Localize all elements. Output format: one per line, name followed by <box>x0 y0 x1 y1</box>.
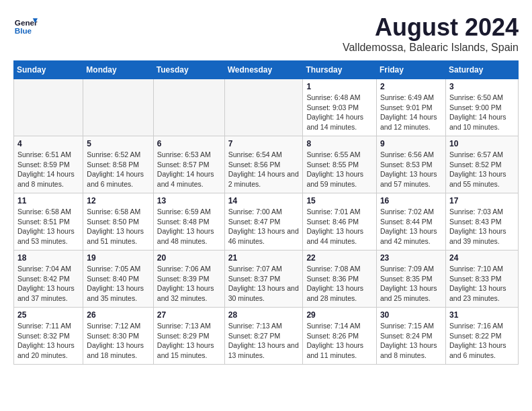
cell-text: Daylight: 14 hours and 14 minutes. <box>306 112 373 132</box>
cell-text: Daylight: 13 hours and 44 minutes. <box>306 226 373 246</box>
day-number: 19 <box>87 253 149 263</box>
cell-text: Sunrise: 7:12 AM <box>87 321 149 331</box>
day-number: 24 <box>449 253 515 263</box>
day-number: 26 <box>87 310 149 320</box>
cell-text: Sunrise: 7:07 AM <box>228 264 300 274</box>
calendar-cell: 10Sunrise: 6:57 AMSunset: 8:52 PMDayligh… <box>445 136 518 193</box>
calendar-cell: 18Sunrise: 7:04 AMSunset: 8:42 PMDayligh… <box>14 250 83 308</box>
day-number: 20 <box>157 253 221 263</box>
cell-text: Sunrise: 7:06 AM <box>157 264 221 274</box>
cell-text: Sunset: 8:58 PM <box>87 160 149 170</box>
calendar-cell: 4Sunrise: 6:51 AMSunset: 8:59 PMDaylight… <box>14 136 83 193</box>
calendar-cell <box>83 79 153 136</box>
cell-text: Sunset: 8:32 PM <box>17 331 79 341</box>
cell-text: Daylight: 13 hours and 15 minutes. <box>157 340 221 360</box>
cell-text: Sunrise: 7:11 AM <box>17 321 79 331</box>
cell-text: Sunrise: 7:09 AM <box>380 264 442 274</box>
logo-icon: General Blue <box>13 13 38 38</box>
day-number: 8 <box>306 139 373 148</box>
cell-text: Sunset: 8:57 PM <box>157 160 221 170</box>
cell-text: Daylight: 13 hours and 23 minutes. <box>449 283 515 303</box>
cell-text: Sunset: 8:46 PM <box>306 217 373 227</box>
logo: General Blue <box>13 13 38 38</box>
cell-text: Sunrise: 7:10 AM <box>449 264 515 274</box>
title-area: August 2024 Valldemossa, Balearic Island… <box>343 13 519 54</box>
day-number: 23 <box>380 253 442 263</box>
day-number: 18 <box>17 253 79 263</box>
cell-text: Daylight: 14 hours and 6 minutes. <box>87 169 149 189</box>
cell-text: Sunrise: 7:14 AM <box>306 321 373 331</box>
location-title: Valldemossa, Balearic Islands, Spain <box>343 42 519 54</box>
day-number: 27 <box>157 310 221 320</box>
cell-text: Sunrise: 6:50 AM <box>449 93 515 103</box>
cell-text: Sunrise: 7:04 AM <box>17 264 79 274</box>
cell-text: Sunrise: 6:58 AM <box>17 207 79 217</box>
cell-text: Sunrise: 7:05 AM <box>87 264 149 274</box>
cell-text: Daylight: 13 hours and 30 minutes. <box>228 283 300 303</box>
cell-text: Sunrise: 7:02 AM <box>380 207 442 217</box>
day-number: 29 <box>306 310 373 320</box>
cell-text: Sunset: 8:55 PM <box>306 160 373 170</box>
cell-text: Sunset: 9:00 PM <box>449 103 515 113</box>
cell-text: Daylight: 13 hours and 32 minutes. <box>157 283 221 303</box>
day-number: 6 <box>157 139 221 148</box>
day-number: 7 <box>228 139 300 148</box>
cell-text: Sunset: 9:01 PM <box>380 103 442 113</box>
day-number: 16 <box>380 196 442 205</box>
calendar-cell: 15Sunrise: 7:01 AMSunset: 8:46 PMDayligh… <box>303 193 377 250</box>
day-number: 9 <box>380 139 442 148</box>
cell-text: Daylight: 13 hours and 51 minutes. <box>87 226 149 246</box>
cell-text: Daylight: 13 hours and 39 minutes. <box>449 226 515 246</box>
calendar-cell: 25Sunrise: 7:11 AMSunset: 8:32 PMDayligh… <box>14 308 83 365</box>
day-number: 3 <box>449 82 515 91</box>
cell-text: Daylight: 13 hours and 6 minutes. <box>449 340 515 360</box>
calendar-cell: 17Sunrise: 7:03 AMSunset: 8:43 PMDayligh… <box>445 193 518 250</box>
calendar-cell: 31Sunrise: 7:16 AMSunset: 8:22 PMDayligh… <box>445 308 518 365</box>
calendar-cell: 2Sunrise: 6:49 AMSunset: 9:01 PMDaylight… <box>376 79 445 136</box>
cell-text: Sunrise: 6:53 AM <box>157 150 221 160</box>
cell-text: Daylight: 14 hours and 4 minutes. <box>157 169 221 189</box>
calendar-week-5: 25Sunrise: 7:11 AMSunset: 8:32 PMDayligh… <box>14 308 519 365</box>
day-of-week-friday: Friday <box>376 61 445 79</box>
cell-text: Sunrise: 6:49 AM <box>380 93 442 103</box>
cell-text: Sunset: 8:44 PM <box>380 217 442 227</box>
day-of-week-saturday: Saturday <box>445 61 518 79</box>
page-header: General Blue August 2024 Valldemossa, Ba… <box>13 13 519 54</box>
cell-text: Daylight: 13 hours and 20 minutes. <box>17 340 79 360</box>
cell-text: Sunset: 8:50 PM <box>87 217 149 227</box>
day-of-week-monday: Monday <box>83 61 153 79</box>
calendar-cell <box>224 79 303 136</box>
calendar-cell: 5Sunrise: 6:52 AMSunset: 8:58 PMDaylight… <box>83 136 153 193</box>
calendar-week-3: 11Sunrise: 6:58 AMSunset: 8:51 PMDayligh… <box>14 193 519 250</box>
cell-text: Sunset: 8:47 PM <box>228 217 300 227</box>
cell-text: Daylight: 13 hours and 8 minutes. <box>380 340 442 360</box>
cell-text: Sunset: 8:37 PM <box>228 274 300 284</box>
calendar-cell: 22Sunrise: 7:08 AMSunset: 8:36 PMDayligh… <box>303 250 377 308</box>
day-number: 31 <box>449 310 515 320</box>
calendar-cell: 6Sunrise: 6:53 AMSunset: 8:57 PMDaylight… <box>153 136 224 193</box>
day-number: 2 <box>380 82 442 91</box>
calendar-week-1: 1Sunrise: 6:48 AMSunset: 9:03 PMDaylight… <box>14 79 519 136</box>
calendar-cell: 24Sunrise: 7:10 AMSunset: 8:33 PMDayligh… <box>445 250 518 308</box>
cell-text: Sunset: 8:29 PM <box>157 331 221 341</box>
day-of-week-thursday: Thursday <box>303 61 377 79</box>
day-number: 1 <box>306 82 373 91</box>
calendar-cell: 16Sunrise: 7:02 AMSunset: 8:44 PMDayligh… <box>376 193 445 250</box>
cell-text: Sunset: 8:59 PM <box>17 160 79 170</box>
calendar-body: 1Sunrise: 6:48 AMSunset: 9:03 PMDaylight… <box>14 79 519 365</box>
cell-text: Sunset: 8:48 PM <box>157 217 221 227</box>
cell-text: Daylight: 13 hours and 48 minutes. <box>157 226 221 246</box>
day-number: 14 <box>228 196 300 205</box>
day-number: 30 <box>380 310 442 320</box>
day-of-week-tuesday: Tuesday <box>153 61 224 79</box>
cell-text: Daylight: 13 hours and 46 minutes. <box>228 226 300 246</box>
cell-text: Sunset: 8:43 PM <box>449 217 515 227</box>
calendar-table: SundayMondayTuesdayWednesdayThursdayFrid… <box>13 60 519 365</box>
month-title: August 2024 <box>343 13 519 42</box>
day-number: 22 <box>306 253 373 263</box>
cell-text: Daylight: 13 hours and 42 minutes. <box>380 226 442 246</box>
cell-text: Sunset: 8:27 PM <box>228 331 300 341</box>
cell-text: Sunrise: 7:13 AM <box>228 321 300 331</box>
cell-text: Daylight: 13 hours and 59 minutes. <box>306 169 373 189</box>
calendar-header-row: SundayMondayTuesdayWednesdayThursdayFrid… <box>14 61 519 79</box>
